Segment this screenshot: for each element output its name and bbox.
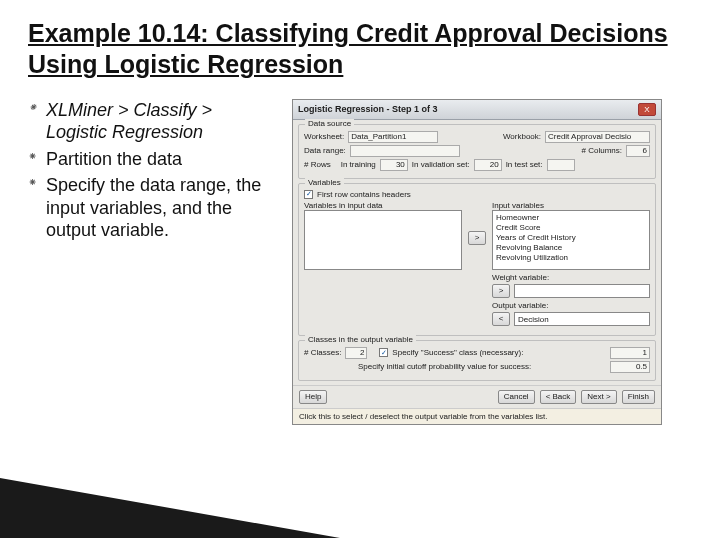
back-button[interactable]: < Back bbox=[540, 390, 577, 404]
worksheet-field[interactable]: Data_Partition1 bbox=[348, 131, 438, 143]
classes-count-field: 2 bbox=[345, 347, 367, 359]
move-right-button[interactable]: > bbox=[468, 231, 486, 245]
classes-group: Classes in the output variable # Classes… bbox=[298, 340, 656, 381]
first-row-headers-checkbox[interactable]: ✓ bbox=[304, 190, 313, 199]
bullet-item: XLMiner > Classify > Logistic Regression bbox=[28, 99, 278, 144]
data-range-field[interactable] bbox=[350, 145, 460, 157]
training-label: In training bbox=[341, 160, 376, 169]
input-variables-caption: Variables in input data bbox=[304, 201, 462, 210]
page-title: Example 10.14: Classifying Credit Approv… bbox=[28, 18, 692, 81]
input-variables-list[interactable] bbox=[304, 210, 462, 270]
dialog-button-row: Help Cancel < Back Next > Finish bbox=[293, 385, 661, 408]
output-label: Output variable: bbox=[492, 301, 650, 310]
success-class-field[interactable]: 1 bbox=[610, 347, 650, 359]
variables-group: Variables ✓ First row contains headers V… bbox=[298, 183, 656, 336]
data-range-label: Data range: bbox=[304, 146, 346, 155]
first-row-headers-label: First row contains headers bbox=[317, 190, 411, 199]
validation-field: 20 bbox=[474, 159, 502, 171]
cancel-button[interactable]: Cancel bbox=[498, 390, 535, 404]
list-item[interactable]: Revolving Balance bbox=[496, 243, 646, 253]
dialog-titlebar: Logistic Regression - Step 1 of 3 X bbox=[293, 100, 661, 120]
bullet-list: XLMiner > Classify > Logistic Regression… bbox=[28, 99, 278, 425]
bullet-item: Partition the data bbox=[28, 148, 278, 171]
worksheet-label: Worksheet: bbox=[304, 132, 344, 141]
list-item[interactable]: Years of Credit History bbox=[496, 233, 646, 243]
close-icon[interactable]: X bbox=[638, 103, 656, 116]
included-variables-caption: Input variables bbox=[492, 201, 650, 210]
output-field[interactable]: Decision bbox=[514, 312, 650, 326]
rows-label: # Rows bbox=[304, 160, 331, 169]
data-source-group: Data source Worksheet: Data_Partition1 W… bbox=[298, 124, 656, 179]
bullet-item: Specify the data range, the input variab… bbox=[28, 174, 278, 242]
group-label: Data source bbox=[305, 119, 354, 128]
test-field bbox=[547, 159, 575, 171]
move-weight-button[interactable]: > bbox=[492, 284, 510, 298]
validation-label: In validation set: bbox=[412, 160, 470, 169]
dialog-hint: Click this to select / deselect the outp… bbox=[293, 408, 661, 424]
test-label: In test set: bbox=[506, 160, 543, 169]
list-item[interactable]: Revolving Utilization bbox=[496, 253, 646, 263]
dialog-screenshot: Logistic Regression - Step 1 of 3 X Data… bbox=[292, 99, 692, 425]
workbook-field[interactable]: Credit Approval Decisio bbox=[545, 131, 650, 143]
list-item[interactable]: Homeowner bbox=[496, 213, 646, 223]
finish-button[interactable]: Finish bbox=[622, 390, 655, 404]
workbook-label: Workbook: bbox=[503, 132, 541, 141]
columns-field: 6 bbox=[626, 145, 650, 157]
classes-count-label: # Classes: bbox=[304, 348, 341, 357]
help-button[interactable]: Help bbox=[299, 390, 327, 404]
specify-success-checkbox[interactable]: ✓ bbox=[379, 348, 388, 357]
cutoff-label: Specify initial cutoff probability value… bbox=[358, 362, 531, 371]
included-variables-list[interactable]: Homeowner Credit Score Years of Credit H… bbox=[492, 210, 650, 270]
cutoff-field[interactable]: 0.5 bbox=[610, 361, 650, 373]
training-field: 30 bbox=[380, 159, 408, 171]
group-label: Variables bbox=[305, 178, 344, 187]
logistic-regression-dialog: Logistic Regression - Step 1 of 3 X Data… bbox=[292, 99, 662, 425]
specify-success-label: Specify "Success" class (necessary): bbox=[392, 348, 523, 357]
slide-corner-decor bbox=[0, 478, 340, 538]
list-item[interactable]: Credit Score bbox=[496, 223, 646, 233]
weight-field[interactable] bbox=[514, 284, 650, 298]
weight-label: Weight variable: bbox=[492, 273, 650, 282]
group-label: Classes in the output variable bbox=[305, 335, 416, 344]
next-button[interactable]: Next > bbox=[581, 390, 616, 404]
move-output-button[interactable]: < bbox=[492, 312, 510, 326]
columns-label: # Columns: bbox=[582, 146, 622, 155]
dialog-title: Logistic Regression - Step 1 of 3 bbox=[298, 104, 438, 114]
